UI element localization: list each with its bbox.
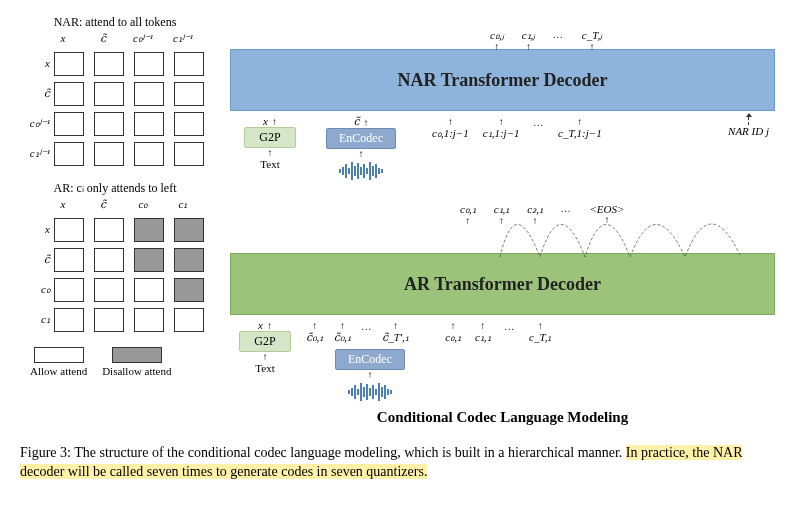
ar-col-h: c̃ [88,198,118,212]
matrix-cell [94,142,124,166]
matrix-cell [134,218,164,242]
g2p-block: G2P [239,331,290,352]
nar-id-label: NAR ID j [728,125,769,137]
matrix-cell [94,308,124,332]
encodec-block: EnCodec [335,349,405,370]
ar-col-h: c₀ [128,198,158,212]
legend-allow-label: Allow attend [30,365,87,377]
matrix-cell [94,218,124,242]
x-label: x [263,115,268,127]
ar-decoder-title: AR Transformer Decoder [404,274,601,295]
matrix-cell [134,278,164,302]
nar-in-token: c₁,1:j−1 [483,127,520,140]
ar-matrix-title: AR: cᵢ only attends to left [20,181,210,196]
matrix-cell [94,248,124,272]
ar-matrix: AR: cᵢ only attends to left x c̃ c₀ c₁ x… [20,181,210,332]
ar-row-h: x [20,223,54,237]
nar-matrix-title: NAR: attend to all tokens [20,15,210,30]
ar-outputs: c₀,₁↑ c₁,₁↑ c₂,₁↑ ... <EOS>↑ [230,203,795,226]
nar-col-h: c₀ʲ⁻¹ [128,32,158,46]
matrix-cell [54,82,84,106]
ar-row-h: c₀ [20,283,54,297]
ar-in-token: c̃₀,₁ [334,331,352,344]
waveform-icon [339,161,383,181]
matrix-cell [134,308,164,332]
ar-in-token: c₁,₁ [475,331,491,344]
subtitle: Conditional Codec Language Modeling [230,409,775,426]
ar-col-h: c₁ [168,198,198,212]
dashed-arrow-icon [748,117,749,125]
matrix-cell [54,142,84,166]
ellipsis: ... [361,321,372,332]
ar-in-token: c_T,₁ [529,331,551,344]
matrix-cell [94,82,124,106]
architecture-diagram: c₀,ⱼ↑ c₁,ⱼ↑ ... c_T,ⱼ↑ NAR Transformer D… [230,15,775,426]
nar-row-h: c₁ʲ⁻¹ [20,147,54,161]
nar-decoder-block: NAR Transformer Decoder [230,49,775,111]
ar-inputs: x ↑ G2P ↑ Text ↑c̃₀,₁ ↑c̃₀,₁ ... ↑c̃_T',… [230,319,775,397]
matrix-cell [174,52,204,76]
nar-decoder-title: NAR Transformer Decoder [398,70,608,91]
matrix-cell [94,52,124,76]
text-label: Text [255,362,274,374]
matrix-cell [134,248,164,272]
g2p-block: G2P [244,127,295,148]
nar-in-token: c₀,1:j−1 [432,127,469,140]
ar-in-token: c̃₀,₁ [306,331,324,344]
ellipsis: ... [534,117,545,128]
waveform-icon [348,382,392,402]
matrix-cell [54,52,84,76]
matrix-cell [54,308,84,332]
ar-decoder-block: AR Transformer Decoder [230,253,775,315]
nar-col-h: x [48,32,78,46]
text-label: Text [260,158,279,170]
matrix-cell [134,52,164,76]
nar-col-h: c̃ [88,32,118,46]
ar-in-token: c̃_T',₁ [382,331,409,344]
ellipsis: ... [561,203,572,214]
matrix-cell [174,218,204,242]
matrix-cell [94,278,124,302]
ar-row-h: c̃ [20,253,54,267]
matrix-cell [94,112,124,136]
matrix-cell [174,82,204,106]
matrix-cell [174,248,204,272]
ar-in-token: c₀,₁ [445,331,461,344]
matrix-cell [174,112,204,136]
nar-in-token: c_T,1:j−1 [558,127,602,139]
nar-matrix: NAR: attend to all tokens x c̃ c₀ʲ⁻¹ c₁ʲ… [20,15,210,166]
caption-prefix: Figure 3: The structure of the condition… [20,445,626,460]
x-label: x [258,319,263,331]
legend-disallow-box [112,347,162,363]
matrix-cell [174,142,204,166]
matrix-cell [174,278,204,302]
figure-caption: Figure 3: The structure of the condition… [20,444,775,482]
matrix-cell [174,308,204,332]
ellipsis: ... [553,29,564,40]
nar-inputs: x ↑ G2P ↑ Text c̃ ↑ EnCodec ↑ ↑c₀,1:j− [230,115,775,193]
nar-col-h: c₁ʲ⁻¹ [168,32,198,46]
ar-row-h: c₁ [20,313,54,327]
matrix-cell [54,218,84,242]
matrix-cell [134,112,164,136]
legend-disallow-label: Disallow attend [102,365,171,377]
matrix-cell [134,82,164,106]
encodec-block: EnCodec [326,128,396,149]
matrix-cell [54,278,84,302]
nar-row-h: c̃ [20,87,54,101]
ar-col-h: x [48,198,78,212]
attention-matrices: NAR: attend to all tokens x c̃ c₀ʲ⁻¹ c₁ʲ… [20,15,210,426]
nar-row-h: c₀ʲ⁻¹ [20,117,54,131]
matrix-cell [134,142,164,166]
legend: Allow attend Disallow attend [30,347,210,377]
legend-allow-box [34,347,84,363]
nar-outputs: c₀,ⱼ↑ c₁,ⱼ↑ ... c_T,ⱼ↑ [230,29,795,52]
matrix-cell [54,248,84,272]
matrix-cell [54,112,84,136]
c-tilde-label: c̃ [353,115,359,128]
ellipsis: ... [505,321,516,332]
nar-row-h: x [20,57,54,71]
